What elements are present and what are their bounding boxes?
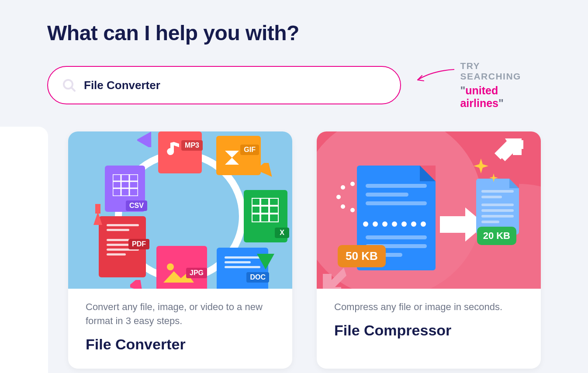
svg-marker-40 xyxy=(474,159,488,173)
converter-desc: Convert any file, image, or video to a n… xyxy=(86,300,275,328)
search-input[interactable] xyxy=(84,79,386,92)
compressor-title: File Compressor xyxy=(334,322,523,339)
svg-line-1 xyxy=(72,88,75,91)
svg-point-34 xyxy=(341,204,345,209)
svg-rect-24 xyxy=(95,204,100,214)
search-box[interactable] xyxy=(47,66,401,104)
svg-point-20 xyxy=(167,263,174,270)
sparkle-icon xyxy=(489,173,498,184)
to-size-badge: 20 KB xyxy=(477,227,516,245)
svg-marker-23 xyxy=(93,212,102,225)
svg-point-29 xyxy=(350,182,355,186)
sparkle-icon xyxy=(474,159,488,175)
svg-rect-4 xyxy=(113,174,138,196)
file-converter-card[interactable]: CSV MP3 GIF xyxy=(68,131,292,369)
try-term[interactable]: "united airlines" xyxy=(460,84,541,110)
svg-rect-13 xyxy=(252,198,279,222)
search-icon xyxy=(62,78,76,92)
page-heading: What can I help you with? xyxy=(47,21,541,45)
svg-point-35 xyxy=(336,195,341,199)
svg-marker-41 xyxy=(489,173,498,182)
svg-marker-26 xyxy=(259,163,278,182)
try-label: TRY SEARCHING xyxy=(460,61,541,82)
svg-point-33 xyxy=(350,208,355,212)
svg-marker-25 xyxy=(137,131,158,147)
svg-marker-28 xyxy=(130,280,148,289)
svg-marker-11 xyxy=(225,151,239,165)
converter-illustration: CSV MP3 GIF xyxy=(68,131,292,289)
svg-marker-42 xyxy=(323,268,346,289)
converter-title: File Converter xyxy=(86,336,275,353)
arrow-left-icon xyxy=(414,67,456,84)
from-size-badge: 50 KB xyxy=(338,245,386,267)
compressor-illustration: 50 KB 20 KB xyxy=(317,131,541,289)
svg-marker-27 xyxy=(257,254,274,269)
file-compressor-card[interactable]: 50 KB 20 KB xyxy=(317,131,541,369)
svg-point-36 xyxy=(341,185,345,190)
try-searching-hint: TRY SEARCHING "united airlines" xyxy=(414,61,541,110)
compressor-desc: Compress any file or image in seconds. xyxy=(334,300,523,314)
